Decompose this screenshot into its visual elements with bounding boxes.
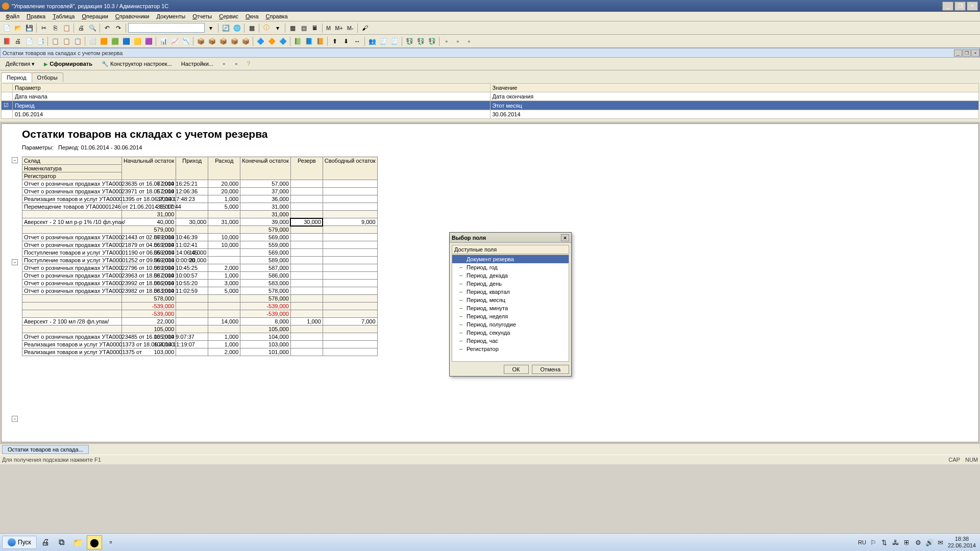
table-row[interactable]: Аверсект - 2 100 мл /28 фл.упак/22,00014…	[22, 318, 378, 325]
ql-explorer-icon[interactable]: 📁	[70, 535, 86, 549]
paste-icon[interactable]: 📋	[61, 23, 71, 33]
param-row[interactable]: Дата началаДата окончания	[2, 92, 979, 101]
toolbar-icon[interactable]: 🟦	[121, 36, 131, 46]
table-row[interactable]: Аверсект - 2 10 мл р-р 1% /10 фл.упак/40…	[22, 218, 378, 226]
doc-min-button[interactable]: _	[954, 49, 962, 57]
search-input[interactable]	[128, 23, 205, 33]
menu-item[interactable]: Сервис	[215, 12, 242, 20]
toolbar-icon[interactable]: 📘	[304, 36, 314, 46]
table-row[interactable]: Отчет о розничных продажах УТА00021879 о…	[22, 241, 378, 249]
table-row[interactable]: 105,000105,000	[22, 325, 378, 333]
mminus-button[interactable]: M-	[346, 25, 355, 31]
expand-handle-2[interactable]: −	[12, 416, 18, 422]
doc-close-button[interactable]: ×	[971, 49, 979, 57]
field-item[interactable]: Период, неделя	[452, 312, 569, 320]
toolbar-icon[interactable]: 📋	[72, 36, 83, 46]
help2-icon[interactable]: ?	[243, 59, 254, 69]
ql-app-icon[interactable]: ▫	[103, 535, 118, 549]
table-row[interactable]: 31,00031,000	[22, 211, 378, 218]
start-button[interactable]: Пуск	[2, 536, 37, 549]
toolbar-icon[interactable]: 📄	[24, 36, 34, 46]
copy-icon[interactable]: ⎘	[50, 23, 60, 33]
toolbar-icon[interactable]: 📦	[229, 36, 239, 46]
globe-icon[interactable]: 🌐	[232, 23, 242, 33]
field-item[interactable]: Период, секунда	[452, 329, 569, 337]
toolbar-icon[interactable]: 💱	[427, 36, 437, 46]
toolbar-icon[interactable]: 📈	[169, 36, 180, 46]
menu-item[interactable]: Правка	[23, 12, 49, 20]
field-item[interactable]: Период, час	[452, 337, 569, 345]
table-row[interactable]: Отчет о розничных продажах УТА00023485 о…	[22, 333, 378, 341]
print-icon[interactable]: 🖨	[76, 23, 86, 33]
toolbar-icon[interactable]: 📊	[158, 36, 168, 46]
toolbar-icon[interactable]: 🟪	[143, 36, 154, 46]
table-row[interactable]: Отчет о розничных продажах УТА00022796 о…	[22, 264, 378, 272]
toolbar-icon[interactable]: 🧾	[389, 36, 400, 46]
toolbar-icon[interactable]: 📦	[195, 36, 206, 46]
table-row[interactable]: Реализация товаров и услуг УТА00001373 о…	[22, 341, 378, 348]
field-item[interactable]: Период, месяц	[452, 296, 569, 304]
menu-item[interactable]: Файл	[2, 12, 23, 20]
tool-misc1[interactable]: ▫	[219, 59, 229, 69]
menu-item[interactable]: Таблица	[49, 12, 78, 20]
toolbar-icon[interactable]: 🟨	[132, 36, 142, 46]
settings-button[interactable]: Настройки...	[178, 59, 217, 68]
table-row[interactable]: -539,000-539,000	[22, 303, 378, 310]
toolbar-icon[interactable]: 📗	[292, 36, 303, 46]
dropdown2-icon[interactable]: ▾	[273, 23, 283, 33]
tray-msg-icon[interactable]: ✉	[937, 538, 945, 546]
table-row[interactable]: Отчет о розничных продажах УТА00021443 о…	[22, 234, 378, 241]
param-row[interactable]: 01.06.201430.06.2014	[2, 110, 979, 119]
field-item[interactable]: Период, минута	[452, 304, 569, 312]
ql-1c-icon[interactable]: ⬤	[87, 535, 102, 549]
toolbar-icon[interactable]: 💱	[415, 36, 426, 46]
table-row[interactable]: Перемещение товаров УТА00001246 от 21.06…	[22, 203, 378, 211]
restore-button[interactable]: ❐	[954, 2, 966, 11]
table-icon[interactable]: ▦	[247, 23, 257, 33]
cut-icon[interactable]: ✂	[39, 23, 49, 33]
menu-item[interactable]: Справка	[262, 12, 291, 20]
mplus-button[interactable]: M+	[333, 25, 345, 31]
ok-button[interactable]: ОК	[504, 365, 529, 374]
table-row[interactable]: Реализация товаров и услуг УТА00001375 о…	[22, 348, 378, 356]
tray-network-icon[interactable]: 🖧	[892, 538, 900, 546]
toolbar-icon[interactable]: 🟩	[110, 36, 120, 46]
minimize-button[interactable]: _	[942, 2, 953, 11]
toolbar-icon[interactable]: 📕	[2, 36, 12, 46]
field-item[interactable]: Период, полугодие	[452, 320, 569, 329]
preview-icon[interactable]: 🔍	[87, 23, 97, 33]
toolbar-icon[interactable]: 📙	[315, 36, 325, 46]
table-row[interactable]: 578,000578,000	[22, 295, 378, 303]
toolbar-icon[interactable]: 🔷	[278, 36, 288, 46]
open-icon[interactable]: 📂	[13, 23, 23, 33]
tray-shield-icon[interactable]: ⛨	[903, 538, 911, 546]
calc-icon[interactable]: 🖩	[310, 23, 320, 33]
menu-item[interactable]: Отчеты	[189, 12, 215, 20]
report-table[interactable]: СкладНачальный остатокПриходРасходКонечн…	[22, 157, 378, 356]
toolbar-icon[interactable]: 📉	[181, 36, 191, 46]
new-icon[interactable]: 📄	[2, 23, 12, 33]
dialog-titlebar[interactable]: Выбор поля ×	[450, 233, 571, 243]
toolbar-icon[interactable]: ⬜	[87, 36, 97, 46]
toolbar-icon[interactable]: 📋	[50, 36, 60, 46]
menu-item[interactable]: Документы	[153, 12, 189, 20]
toolbar-icon[interactable]: 🔶	[266, 36, 277, 46]
table-row[interactable]: 579,000579,000	[22, 226, 378, 234]
table-row[interactable]: Поступление товаров и услуг УТА00001190 …	[22, 249, 378, 257]
constructor-button[interactable]: 🔧 Конструктор настроек...	[98, 59, 176, 69]
help-icon[interactable]: ⓘ	[261, 23, 272, 33]
ql-powershell-icon[interactable]: ⧉	[54, 535, 69, 549]
save-icon[interactable]: 💾	[24, 23, 34, 33]
expand-handle-1[interactable]: −	[12, 259, 18, 265]
toolbar-icon[interactable]: ↔	[352, 36, 362, 46]
toolbar-icon[interactable]: ▫	[464, 36, 474, 46]
doc-restore-button[interactable]: ❐	[963, 49, 971, 57]
ql-printer-icon[interactable]: 🖨	[38, 535, 53, 549]
field-item[interactable]: Документ резерва	[452, 255, 569, 263]
menu-item[interactable]: Операции	[78, 12, 111, 20]
table-row[interactable]: Отчет о розничных продажах УТА00023635 о…	[22, 180, 378, 188]
toolbar-icon[interactable]: 📦	[207, 36, 217, 46]
dialog-close-button[interactable]: ×	[561, 234, 569, 241]
toolbar-icon[interactable]: ⬇	[341, 36, 351, 46]
window-tab[interactable]: Остатки товаров на склада...	[2, 445, 89, 454]
